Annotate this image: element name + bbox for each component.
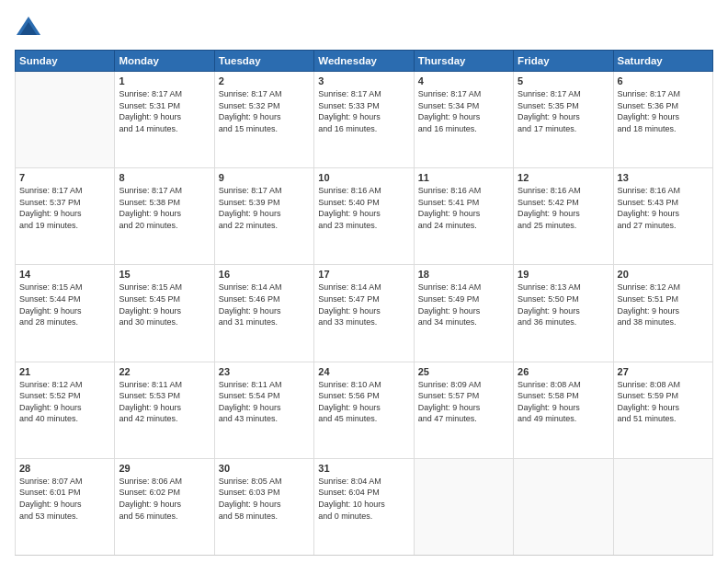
day-number: 19: [518, 269, 609, 280]
day-info: Sunrise: 8:17 AMSunset: 5:35 PMDaylight:…: [518, 88, 609, 134]
calendar-cell: 13Sunrise: 8:16 AMSunset: 5:43 PMDayligh…: [613, 168, 712, 265]
weekday-header: Saturday: [613, 51, 712, 72]
day-info: Sunrise: 8:09 AMSunset: 5:57 PMDaylight:…: [418, 379, 509, 425]
day-info: Sunrise: 8:11 AMSunset: 5:54 PMDaylight:…: [219, 379, 310, 425]
day-number: 22: [119, 366, 210, 377]
day-info: Sunrise: 8:13 AMSunset: 5:50 PMDaylight:…: [518, 282, 609, 327]
logo-icon: [15, 15, 42, 42]
calendar-cell: 20Sunrise: 8:12 AMSunset: 5:51 PMDayligh…: [613, 265, 712, 362]
calendar-cell: [514, 458, 613, 555]
calendar-cell: 7Sunrise: 8:17 AMSunset: 5:37 PMDaylight…: [16, 168, 115, 265]
calendar-cell: 27Sunrise: 8:08 AMSunset: 5:59 PMDayligh…: [613, 362, 712, 458]
calendar-week-row: 1Sunrise: 8:17 AMSunset: 5:31 PMDaylight…: [16, 72, 713, 168]
calendar-cell: 4Sunrise: 8:17 AMSunset: 5:34 PMDaylight…: [414, 72, 513, 168]
day-info: Sunrise: 8:05 AMSunset: 6:03 PMDaylight:…: [219, 476, 310, 522]
day-info: Sunrise: 8:17 AMSunset: 5:31 PMDaylight:…: [119, 88, 210, 134]
day-number: 26: [518, 366, 609, 377]
day-number: 23: [219, 366, 310, 377]
day-number: 24: [318, 366, 409, 377]
day-info: Sunrise: 8:17 AMSunset: 5:37 PMDaylight:…: [19, 185, 110, 231]
day-info: Sunrise: 8:17 AMSunset: 5:34 PMDaylight:…: [418, 88, 509, 134]
calendar-cell: 28Sunrise: 8:07 AMSunset: 6:01 PMDayligh…: [16, 458, 115, 555]
day-number: 4: [418, 75, 509, 86]
day-info: Sunrise: 8:17 AMSunset: 5:32 PMDaylight:…: [219, 88, 310, 134]
calendar-cell: [16, 72, 115, 168]
day-number: 8: [119, 172, 210, 183]
day-info: Sunrise: 8:07 AMSunset: 6:01 PMDaylight:…: [19, 476, 110, 522]
calendar-cell: 6Sunrise: 8:17 AMSunset: 5:36 PMDaylight…: [613, 72, 712, 168]
day-number: 21: [19, 366, 110, 377]
day-number: 14: [19, 269, 110, 280]
page: SundayMondayTuesdayWednesdayThursdayFrid…: [0, 0, 728, 563]
day-number: 29: [119, 463, 210, 474]
day-info: Sunrise: 8:16 AMSunset: 5:40 PMDaylight:…: [318, 185, 409, 231]
day-number: 28: [19, 463, 110, 474]
day-info: Sunrise: 8:16 AMSunset: 5:41 PMDaylight:…: [418, 185, 509, 231]
day-info: Sunrise: 8:16 AMSunset: 5:42 PMDaylight:…: [518, 185, 609, 231]
day-number: 10: [318, 172, 409, 183]
weekday-header: Wednesday: [314, 51, 414, 72]
day-number: 30: [219, 463, 310, 474]
calendar-cell: 8Sunrise: 8:17 AMSunset: 5:38 PMDaylight…: [115, 168, 214, 265]
day-info: Sunrise: 8:17 AMSunset: 5:39 PMDaylight:…: [219, 185, 310, 231]
day-number: 5: [518, 75, 609, 86]
day-info: Sunrise: 8:12 AMSunset: 5:52 PMDaylight:…: [19, 379, 110, 425]
day-info: Sunrise: 8:08 AMSunset: 5:59 PMDaylight:…: [618, 379, 709, 425]
day-info: Sunrise: 8:17 AMSunset: 5:38 PMDaylight:…: [119, 185, 210, 231]
day-number: 11: [418, 172, 509, 183]
calendar-cell: 17Sunrise: 8:14 AMSunset: 5:47 PMDayligh…: [314, 265, 414, 362]
day-info: Sunrise: 8:14 AMSunset: 5:46 PMDaylight:…: [219, 282, 310, 327]
weekday-header-row: SundayMondayTuesdayWednesdayThursdayFrid…: [16, 51, 713, 72]
day-number: 12: [518, 172, 609, 183]
day-info: Sunrise: 8:17 AMSunset: 5:36 PMDaylight:…: [618, 88, 709, 134]
calendar-cell: 1Sunrise: 8:17 AMSunset: 5:31 PMDaylight…: [115, 72, 214, 168]
calendar-cell: 3Sunrise: 8:17 AMSunset: 5:33 PMDaylight…: [314, 72, 414, 168]
weekday-header: Thursday: [414, 51, 513, 72]
calendar-week-row: 28Sunrise: 8:07 AMSunset: 6:01 PMDayligh…: [16, 458, 713, 555]
day-number: 31: [318, 463, 409, 474]
weekday-header: Sunday: [16, 51, 115, 72]
calendar-cell: 9Sunrise: 8:17 AMSunset: 5:39 PMDaylight…: [214, 168, 313, 265]
calendar-cell: 26Sunrise: 8:08 AMSunset: 5:58 PMDayligh…: [514, 362, 613, 458]
calendar-cell: 21Sunrise: 8:12 AMSunset: 5:52 PMDayligh…: [16, 362, 115, 458]
calendar-cell: 31Sunrise: 8:04 AMSunset: 6:04 PMDayligh…: [314, 458, 414, 555]
calendar-cell: 2Sunrise: 8:17 AMSunset: 5:32 PMDaylight…: [214, 72, 313, 168]
day-number: 3: [318, 75, 409, 86]
day-number: 2: [219, 75, 310, 86]
calendar-cell: [414, 458, 513, 555]
calendar-cell: 14Sunrise: 8:15 AMSunset: 5:44 PMDayligh…: [16, 265, 115, 362]
day-number: 9: [219, 172, 310, 183]
calendar-cell: 30Sunrise: 8:05 AMSunset: 6:03 PMDayligh…: [214, 458, 313, 555]
weekday-header: Friday: [514, 51, 613, 72]
calendar-cell: 19Sunrise: 8:13 AMSunset: 5:50 PMDayligh…: [514, 265, 613, 362]
calendar-cell: 18Sunrise: 8:14 AMSunset: 5:49 PMDayligh…: [414, 265, 513, 362]
calendar-week-row: 21Sunrise: 8:12 AMSunset: 5:52 PMDayligh…: [16, 362, 713, 458]
weekday-header: Tuesday: [214, 51, 313, 72]
day-number: 7: [19, 172, 110, 183]
calendar: SundayMondayTuesdayWednesdayThursdayFrid…: [15, 50, 713, 556]
day-number: 17: [318, 269, 409, 280]
day-number: 27: [618, 366, 709, 377]
day-number: 18: [418, 269, 509, 280]
day-info: Sunrise: 8:06 AMSunset: 6:02 PMDaylight:…: [119, 476, 210, 522]
day-info: Sunrise: 8:10 AMSunset: 5:56 PMDaylight:…: [318, 379, 409, 425]
logo: [15, 15, 46, 42]
calendar-cell: 10Sunrise: 8:16 AMSunset: 5:40 PMDayligh…: [314, 168, 414, 265]
day-number: 1: [119, 75, 210, 86]
day-number: 6: [618, 75, 709, 86]
calendar-cell: 5Sunrise: 8:17 AMSunset: 5:35 PMDaylight…: [514, 72, 613, 168]
header: [15, 15, 713, 42]
calendar-cell: 15Sunrise: 8:15 AMSunset: 5:45 PMDayligh…: [115, 265, 214, 362]
day-info: Sunrise: 8:12 AMSunset: 5:51 PMDaylight:…: [618, 282, 709, 327]
calendar-cell: 29Sunrise: 8:06 AMSunset: 6:02 PMDayligh…: [115, 458, 214, 555]
calendar-cell: 23Sunrise: 8:11 AMSunset: 5:54 PMDayligh…: [214, 362, 313, 458]
calendar-cell: 16Sunrise: 8:14 AMSunset: 5:46 PMDayligh…: [214, 265, 313, 362]
weekday-header: Monday: [115, 51, 214, 72]
day-number: 16: [219, 269, 310, 280]
day-number: 25: [418, 366, 509, 377]
day-info: Sunrise: 8:15 AMSunset: 5:44 PMDaylight:…: [19, 282, 110, 327]
calendar-cell: 24Sunrise: 8:10 AMSunset: 5:56 PMDayligh…: [314, 362, 414, 458]
day-number: 13: [618, 172, 709, 183]
calendar-week-row: 14Sunrise: 8:15 AMSunset: 5:44 PMDayligh…: [16, 265, 713, 362]
calendar-cell: 22Sunrise: 8:11 AMSunset: 5:53 PMDayligh…: [115, 362, 214, 458]
